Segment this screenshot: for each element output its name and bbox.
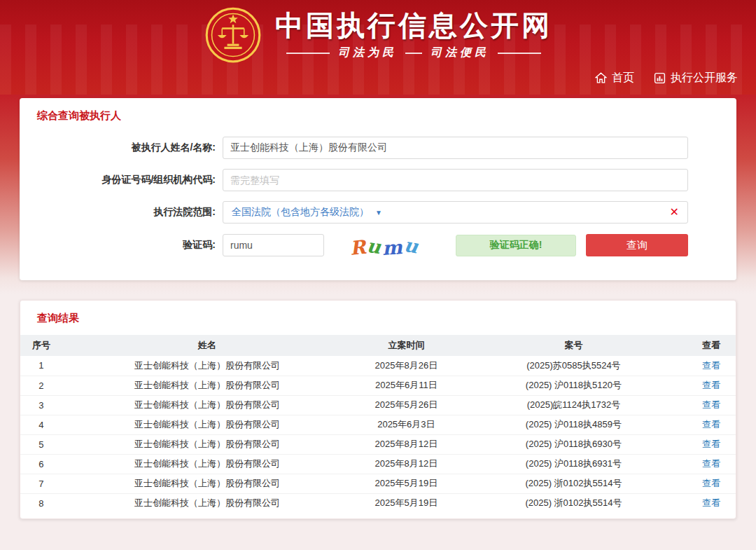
table-row: 8 亚士创能科技（上海）股份有限公司 2025年5月19日 (2025) 浙01… xyxy=(20,493,736,513)
slogan-right: 司法便民 xyxy=(430,46,489,60)
results-title: 查询结果 xyxy=(37,312,736,325)
row-index: 6 xyxy=(20,454,62,474)
view-link[interactable]: 查看 xyxy=(702,360,720,371)
view-link[interactable]: 查看 xyxy=(702,399,720,410)
search-card: 综合查询被执行人 被执行人姓名/名称: 身份证号码/组织机构代码: 执行法院范围… xyxy=(20,98,736,280)
row-name: 亚士创能科技（上海）股份有限公司 xyxy=(62,493,352,513)
id-field-row: 身份证号码/组织机构代码: xyxy=(37,169,719,191)
nav-public-services-label: 执行公开服务 xyxy=(671,71,738,85)
row-filing-date: 2025年8月12日 xyxy=(352,454,461,474)
site-title: 中国执行信息公开网 xyxy=(275,10,552,42)
row-name: 亚士创能科技（上海）股份有限公司 xyxy=(62,474,352,493)
id-field-label: 身份证号码/组织机构代码: xyxy=(37,174,216,186)
row-view-cell: 查看 xyxy=(687,493,736,513)
view-link[interactable]: 查看 xyxy=(702,478,720,488)
name-field-row: 被执行人姓名/名称: xyxy=(37,137,719,159)
service-grid-icon xyxy=(654,72,666,84)
search-title: 综合查询被执行人 xyxy=(37,109,719,123)
hero-section: 综合查询被执行人 被执行人姓名/名称: 身份证号码/组织机构代码: 执行法院范围… xyxy=(0,95,756,294)
captcha-status-badge: 验证码正确! xyxy=(456,235,576,256)
captcha-input[interactable] xyxy=(223,234,324,256)
national-emblem-logo xyxy=(204,6,262,64)
chevron-down-icon: ▼ xyxy=(375,209,382,216)
site-header: 中国执行信息公开网 司法为民 司法便民 首页 xyxy=(0,0,756,95)
view-link[interactable]: 查看 xyxy=(702,497,720,508)
nav-home[interactable]: 首页 xyxy=(595,71,634,85)
table-row: 7 亚士创能科技（上海）股份有限公司 2025年5月19日 (2025) 浙01… xyxy=(20,474,736,493)
row-filing-date: 2025年5月26日 xyxy=(352,395,461,415)
column-header-filing-date: 立案时间 xyxy=(352,335,461,356)
captcha-field-label: 验证码: xyxy=(37,239,216,252)
captcha-image[interactable]: Rumu xyxy=(345,233,422,257)
row-case-number: (2025) 沪0118执6931号 xyxy=(461,454,687,474)
name-input[interactable] xyxy=(223,137,688,159)
table-row: 3 亚士创能科技（上海）股份有限公司 2025年5月26日 (2025)皖112… xyxy=(20,395,736,415)
column-header-view: 查看 xyxy=(687,335,736,356)
captcha-field-row: 验证码: Rumu 验证码正确! 查询 xyxy=(37,233,719,257)
table-row: 5 亚士创能科技（上海）股份有限公司 2025年8月12日 (2025) 沪01… xyxy=(20,434,736,454)
captcha-field: Rumu 验证码正确! 查询 xyxy=(223,233,688,257)
table-row: 2 亚士创能科技（上海）股份有限公司 2025年6月11日 (2025) 沪01… xyxy=(20,376,736,395)
captcha-letter: R xyxy=(349,238,366,258)
name-field-label: 被执行人姓名/名称: xyxy=(37,142,216,154)
table-row: 6 亚士创能科技（上海）股份有限公司 2025年8月12日 (2025) 沪01… xyxy=(20,454,736,474)
view-link[interactable]: 查看 xyxy=(702,458,720,469)
court-field-row: 执行法院范围: 全国法院（包含地方各级法院） ▼ ✕ xyxy=(37,201,719,224)
court-scope-value: 全国法院（包含地方各级法院） xyxy=(232,206,369,219)
row-view-cell: 查看 xyxy=(687,474,736,493)
home-icon xyxy=(595,72,607,84)
brand-text: 中国执行信息公开网 司法为民 司法便民 xyxy=(275,10,552,60)
row-name: 亚士创能科技（上海）股份有限公司 xyxy=(62,434,352,454)
site-brand: 中国执行信息公开网 司法为民 司法便民 xyxy=(0,0,756,64)
captcha-letter: m xyxy=(382,238,402,258)
row-index: 5 xyxy=(20,434,62,454)
row-index: 7 xyxy=(20,474,62,493)
nav-public-services[interactable]: 执行公开服务 xyxy=(654,71,738,85)
row-index: 3 xyxy=(20,395,62,415)
id-input[interactable] xyxy=(223,169,688,191)
row-name: 亚士创能科技（上海）股份有限公司 xyxy=(62,415,352,434)
row-case-number: (2025) 浙0102执5514号 xyxy=(461,474,687,493)
captcha-letter: u xyxy=(366,236,382,256)
row-name: 亚士创能科技（上海）股份有限公司 xyxy=(62,395,352,415)
row-index: 4 xyxy=(20,415,62,434)
row-case-number: (2025) 沪0118执5120号 xyxy=(461,376,687,395)
row-name: 亚士创能科技（上海）股份有限公司 xyxy=(62,376,352,395)
row-view-cell: 查看 xyxy=(687,415,736,434)
row-view-cell: 查看 xyxy=(687,356,736,376)
results-card: 查询结果 序号 姓名 立案时间 案号 查看 1 亚士创能科技（上海）股份有限公司… xyxy=(20,300,736,519)
header-nav: 首页 执行公开服务 xyxy=(595,71,738,85)
close-icon[interactable]: ✕ xyxy=(670,207,679,218)
row-name: 亚士创能科技（上海）股份有限公司 xyxy=(62,356,352,376)
court-scope-dropdown[interactable]: 全国法院（包含地方各级法院） ▼ ✕ xyxy=(223,201,688,224)
results-table: 序号 姓名 立案时间 案号 查看 1 亚士创能科技（上海）股份有限公司 2025… xyxy=(20,335,736,513)
captcha-letter: u xyxy=(402,235,419,256)
column-header-case-number: 案号 xyxy=(461,335,687,356)
view-link[interactable]: 查看 xyxy=(702,419,720,429)
row-index: 8 xyxy=(20,493,62,513)
row-filing-date: 2025年5月19日 xyxy=(352,474,461,493)
view-link[interactable]: 查看 xyxy=(702,380,720,390)
row-view-cell: 查看 xyxy=(687,454,736,474)
table-row: 4 亚士创能科技（上海）股份有限公司 2025年6月3日 (2025) 沪011… xyxy=(20,415,736,434)
slogan-divider xyxy=(405,53,422,54)
slogan-divider xyxy=(498,53,541,54)
results-table-header: 序号 姓名 立案时间 案号 查看 xyxy=(20,335,736,356)
row-view-cell: 查看 xyxy=(687,434,736,454)
row-case-number: (2025) 浙0102执5514号 xyxy=(461,493,687,513)
query-button[interactable]: 查询 xyxy=(586,234,688,256)
row-filing-date: 2025年8月26日 xyxy=(352,356,461,376)
table-row: 1 亚士创能科技（上海）股份有限公司 2025年8月26日 (2025)苏058… xyxy=(20,356,736,376)
court-field-label: 执行法院范围: xyxy=(37,206,216,219)
row-case-number: (2025) 沪0118执4859号 xyxy=(461,415,687,434)
row-case-number: (2025)苏0585执5524号 xyxy=(461,356,687,376)
row-filing-date: 2025年6月11日 xyxy=(352,376,461,395)
row-filing-date: 2025年5月19日 xyxy=(352,493,461,513)
row-view-cell: 查看 xyxy=(687,395,736,415)
nav-home-label: 首页 xyxy=(612,71,634,85)
slogan-divider xyxy=(286,53,330,54)
slogan-left: 司法为民 xyxy=(338,46,397,60)
row-index: 2 xyxy=(20,376,62,395)
view-link[interactable]: 查看 xyxy=(702,439,720,449)
site-slogan: 司法为民 司法便民 xyxy=(286,46,541,60)
